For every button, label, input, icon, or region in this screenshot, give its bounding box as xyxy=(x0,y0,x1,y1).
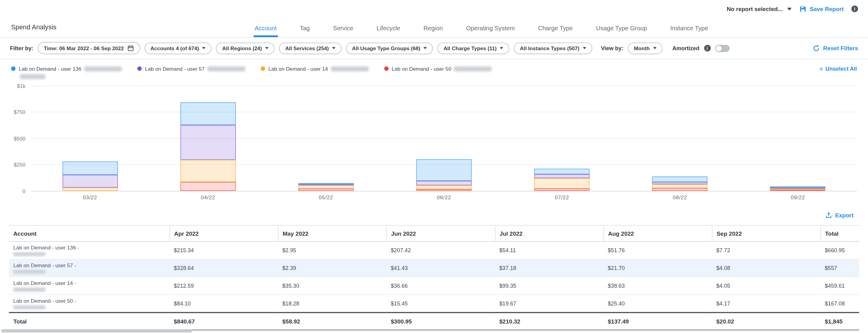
x-axis-label: 07/22 xyxy=(503,194,621,200)
report-selector-dropdown[interactable]: No report selected... xyxy=(727,5,792,12)
chart-plot-area xyxy=(31,86,857,191)
account-cell: Lab on Demand - user 14 - xyxy=(9,277,169,294)
bar-segment-lab-on-demand-user-50[interactable] xyxy=(180,182,236,191)
stacked-bar-09-22[interactable] xyxy=(770,187,826,191)
redacted-text xyxy=(331,67,368,72)
header-row: Spend Analysis AccountTagServiceLifecycl… xyxy=(0,15,868,38)
bar-segment-lab-on-demand-user-136[interactable] xyxy=(416,159,472,181)
legend-item-lab-on-demand-user-57[interactable]: Lab on Demand - user 57 xyxy=(137,66,245,72)
calendar-icon xyxy=(127,45,134,52)
redacted-text xyxy=(84,67,122,72)
total-amount-cell: $1,845 xyxy=(820,312,860,330)
stage: No report selected... Save Report Spend … xyxy=(0,0,868,333)
column-header-may-2022: May 2022 xyxy=(278,225,386,241)
bar-segment-lab-on-demand-user-57[interactable] xyxy=(534,174,590,178)
bar-segment-lab-on-demand-user-50[interactable] xyxy=(534,189,590,191)
bar-segment-lab-on-demand-user-14[interactable] xyxy=(416,185,472,189)
tab-service[interactable]: Service xyxy=(332,25,355,37)
bar-segment-lab-on-demand-user-14[interactable] xyxy=(652,184,708,188)
chart-y-axis: $1k$750$500$2500 xyxy=(8,86,25,191)
filter-pill-all-regions-24[interactable]: All Regions (24) xyxy=(216,42,275,54)
info-icon[interactable] xyxy=(704,45,711,52)
refresh-icon xyxy=(812,44,819,52)
filter-pill-all-charge-types-11[interactable]: All Charge Types (11) xyxy=(437,42,509,54)
amount-cell: $84.10 xyxy=(169,294,278,312)
y-axis-label: 0 xyxy=(23,188,26,194)
stacked-bar-08-22[interactable] xyxy=(652,176,708,191)
bar-segment-lab-on-demand-user-136[interactable] xyxy=(652,176,708,182)
toggle-knob xyxy=(715,45,722,51)
bar-segment-lab-on-demand-user-14[interactable] xyxy=(180,160,236,182)
chart-slot-05-22 xyxy=(267,86,385,191)
tab-region[interactable]: Region xyxy=(422,25,444,37)
column-header-jul-2022: Jul 2022 xyxy=(495,225,603,241)
amount-cell: $660.95 xyxy=(820,241,860,259)
legend-label: Lab on Demand - user 14 xyxy=(268,66,328,72)
tab-instance-type[interactable]: Instance Type xyxy=(669,25,709,37)
table-header: AccountApr 2022May 2022Jun 2022Jul 2022A… xyxy=(9,225,859,241)
bar-segment-lab-on-demand-user-136[interactable] xyxy=(534,169,590,174)
filter-pill-accounts-4-of-674[interactable]: Accounts 4 (of 674) xyxy=(144,42,212,54)
legend-dot-icon xyxy=(261,66,265,71)
tab-lifecycle[interactable]: Lifecycle xyxy=(375,25,402,37)
reset-filters-button[interactable]: Reset Filters xyxy=(812,44,858,52)
chevron-down-icon xyxy=(583,47,586,49)
gridline xyxy=(31,191,857,191)
legend-item-lab-on-demand-user-50[interactable]: Lab on Demand - user 50 xyxy=(384,66,492,72)
bar-segment-lab-on-demand-user-57[interactable] xyxy=(416,181,472,185)
view-by-pill[interactable]: Month xyxy=(628,42,662,54)
chart-slot-09-22 xyxy=(739,86,857,191)
save-report-button[interactable]: Save Report xyxy=(799,5,843,12)
time-filter-pill[interactable]: Time: 06 Mar 2022 - 06 Sep 2022 xyxy=(38,42,140,54)
filter-pill-all-instance-types-507[interactable]: All Instance Types (507) xyxy=(514,42,592,54)
amount-cell: $4.17 xyxy=(712,294,820,312)
stacked-bar-05-22[interactable] xyxy=(298,183,354,191)
unselect-all-button[interactable]: Unselect All xyxy=(819,66,857,72)
bar-segment-lab-on-demand-user-50[interactable] xyxy=(298,189,354,191)
filter-by-label: Filter by: xyxy=(10,45,33,51)
bar-segment-lab-on-demand-user-14[interactable] xyxy=(62,187,118,191)
tab-tag[interactable]: Tag xyxy=(299,25,311,37)
bar-segment-lab-on-demand-user-57[interactable] xyxy=(62,174,118,187)
column-header-jun-2022: Jun 2022 xyxy=(386,225,495,241)
x-axis-label: 08/22 xyxy=(621,194,739,200)
info-icon[interactable] xyxy=(851,5,858,12)
bar-segment-lab-on-demand-user-136[interactable] xyxy=(180,103,236,125)
tab-account[interactable]: Account xyxy=(254,25,278,37)
chart-x-axis: 03/2204/2205/2206/2207/2208/2209/22 xyxy=(31,194,857,200)
tab-operating-system[interactable]: Operating System xyxy=(465,25,516,37)
legend-item-lab-on-demand-user-14[interactable]: Lab on Demand - user 14 xyxy=(261,66,368,72)
filter-pill-all-services-254[interactable]: All Services (254) xyxy=(279,42,341,54)
legend-label: Lab on Demand - user 57 xyxy=(145,66,205,72)
account-name: Lab on Demand - user 50 - xyxy=(13,298,165,304)
amortized-toggle[interactable] xyxy=(715,44,729,52)
total-amount-cell: $137.49 xyxy=(603,312,712,330)
tab-usage-type-group[interactable]: Usage Type Group xyxy=(595,25,648,37)
amount-cell: $18.28 xyxy=(278,294,386,312)
y-axis-label: $1k xyxy=(17,83,25,89)
bar-segment-lab-on-demand-user-50[interactable] xyxy=(652,188,708,191)
stacked-bar-06-22[interactable] xyxy=(416,159,472,191)
tab-charge-type[interactable]: Charge Type xyxy=(537,25,574,37)
bar-segment-lab-on-demand-user-14[interactable] xyxy=(298,185,354,189)
redacted-text xyxy=(13,305,45,309)
stacked-bar-04-22[interactable] xyxy=(180,103,236,191)
legend-label: Lab on Demand - user 136 xyxy=(19,66,81,72)
bar-segment-lab-on-demand-user-57[interactable] xyxy=(652,182,708,184)
bar-segment-lab-on-demand-user-14[interactable] xyxy=(534,178,590,189)
bar-segment-lab-on-demand-user-50[interactable] xyxy=(770,190,826,191)
stacked-bar-03-22[interactable] xyxy=(62,162,118,191)
export-button[interactable]: Export xyxy=(0,205,868,222)
stacked-bar-07-22[interactable] xyxy=(534,169,590,191)
export-label: Export xyxy=(835,212,854,219)
bar-segment-lab-on-demand-user-57[interactable] xyxy=(180,125,236,160)
horizontal-scrollbar[interactable] xyxy=(1,329,192,332)
legend-item-lab-on-demand-user-136[interactable]: Lab on Demand - user 136 xyxy=(11,66,122,79)
bar-segment-lab-on-demand-user-136[interactable] xyxy=(62,162,118,174)
amortized-label: Amortized xyxy=(672,45,699,51)
chevron-down-icon xyxy=(202,47,206,49)
legend-text: Lab on Demand - user 50 xyxy=(392,66,492,72)
bar-segment-lab-on-demand-user-50[interactable] xyxy=(416,189,472,191)
filter-pill-all-usage-type-groups-68[interactable]: All Usage Type Groups (68) xyxy=(346,42,433,54)
spend-table: AccountApr 2022May 2022Jun 2022Jul 2022A… xyxy=(9,225,859,330)
